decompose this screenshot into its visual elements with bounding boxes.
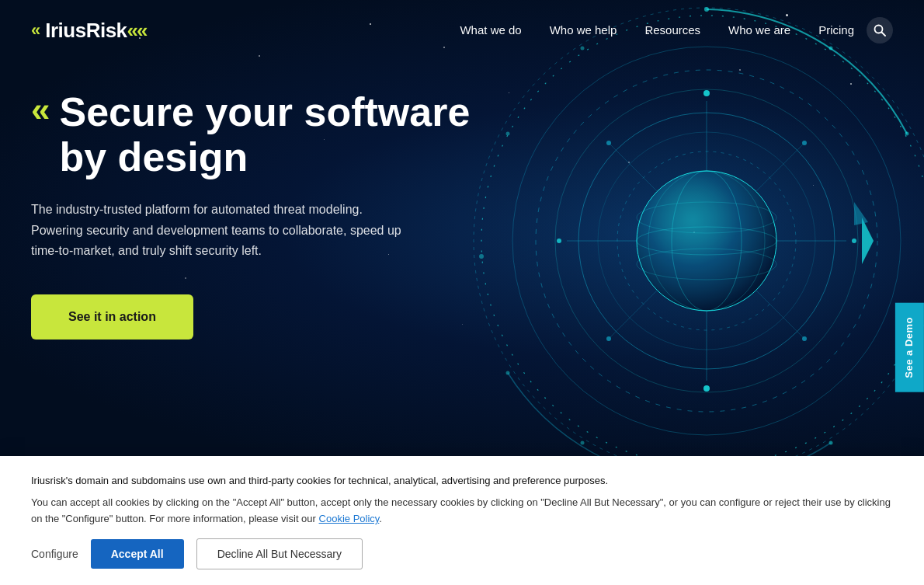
cookie-actions: Configure Accept All Decline All But Nec… xyxy=(31,538,893,569)
svg-point-32 xyxy=(606,336,611,341)
nav-links: What we do Who we help Resources Who we … xyxy=(460,23,854,37)
hero-content: « Secure your software by design The ind… xyxy=(31,89,497,340)
circuit-diagram xyxy=(443,0,924,462)
hero-subtitle: The industry-trusted platform for automa… xyxy=(31,200,412,261)
svg-point-45 xyxy=(506,132,510,136)
hero-section: « Secure your software by design The ind… xyxy=(0,0,924,462)
cookie-line2-text: You can accept all cookies by clicking o… xyxy=(31,496,891,524)
heading-chevron-icon: « xyxy=(31,92,50,127)
search-icon xyxy=(874,24,886,37)
hero-title: Secure your software by design xyxy=(59,89,497,179)
side-demo-button[interactable]: See a Demo xyxy=(895,303,924,392)
svg-point-26 xyxy=(703,385,710,392)
cookie-line2: You can accept all cookies by clicking o… xyxy=(31,495,893,528)
svg-point-31 xyxy=(802,141,807,145)
nav-item-who-we-are[interactable]: Who we are xyxy=(728,23,790,37)
logo[interactable]: « IriusRisk«« xyxy=(31,19,147,43)
nav-link-what-we-do[interactable]: What we do xyxy=(460,23,521,37)
cookie-accept-button[interactable]: Accept All xyxy=(91,539,184,569)
nav-link-pricing[interactable]: Pricing xyxy=(818,23,854,37)
nav-link-resources[interactable]: Resources xyxy=(644,23,700,37)
nav-item-pricing[interactable]: Pricing xyxy=(818,23,854,37)
cta-button[interactable]: See it in action xyxy=(31,294,193,340)
cookie-banner: Iriusrisk's domain and subdomains use ow… xyxy=(0,456,924,585)
logo-kk: «« xyxy=(127,19,147,42)
logo-chevron: « xyxy=(31,20,40,40)
svg-point-11 xyxy=(637,171,776,311)
nav-link-who-we-are[interactable]: Who we are xyxy=(728,23,790,37)
nav-item-resources[interactable]: Resources xyxy=(644,23,700,37)
navigation: « IriusRisk«« What we do Who we help Res… xyxy=(0,0,924,61)
svg-point-29 xyxy=(606,141,611,145)
search-button[interactable] xyxy=(867,17,893,44)
cookie-line1: Iriusrisk's domain and subdomains use ow… xyxy=(31,473,893,489)
cookie-policy-link[interactable]: Cookie Policy xyxy=(319,513,380,524)
svg-point-27 xyxy=(557,239,561,243)
nav-link-who-we-help[interactable]: Who we help xyxy=(550,23,617,37)
svg-point-42 xyxy=(581,441,585,445)
nav-item-who-we-help[interactable]: Who we help xyxy=(550,23,617,37)
svg-point-25 xyxy=(703,90,710,96)
cookie-configure-button[interactable]: Configure xyxy=(31,548,78,560)
logo-text: IriusRisk«« xyxy=(45,19,146,43)
svg-point-28 xyxy=(852,239,856,243)
svg-point-30 xyxy=(802,336,807,341)
nav-item-what-we-do[interactable]: What we do xyxy=(460,23,521,37)
cookie-decline-button[interactable]: Decline All But Necessary xyxy=(196,538,363,569)
hero-heading: « Secure your software by design xyxy=(31,89,497,179)
logo-irius: IriusRisk xyxy=(45,19,127,42)
svg-line-1 xyxy=(882,33,886,37)
